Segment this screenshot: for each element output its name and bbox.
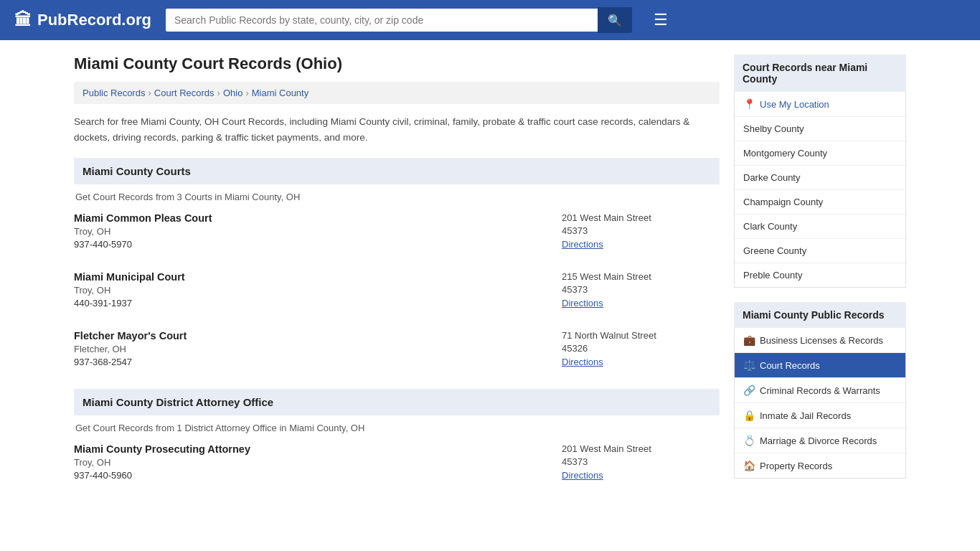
da-section-header: Miami County District Attorney Office — [74, 389, 720, 415]
court-name-2: Miami Municipal Court — [74, 271, 562, 283]
sidebar-business-label: Business Licenses & Records — [760, 335, 883, 346]
sidebar-nearby-header: Court Records near Miami County — [734, 55, 906, 92]
court-left-3: Fletcher Mayor's Court Fletcher, OH 937-… — [74, 330, 562, 367]
court-name-1: Miami Common Pleas Court — [74, 212, 562, 224]
court-left-1: Miami Common Pleas Court Troy, OH 937-44… — [74, 212, 562, 250]
court-address-2: 215 West Main Street — [562, 271, 720, 282]
court-phone-2: 440-391-1937 — [74, 298, 562, 309]
marriage-icon: 💍 — [743, 435, 755, 446]
sidebar-preble-label: Preble County — [743, 270, 802, 281]
court-icon: ⚖️ — [743, 359, 755, 371]
sidebar-item-use-location[interactable]: 📍 Use My Location — [735, 92, 905, 117]
sidebar-item-montgomery[interactable]: Montgomery County — [735, 141, 905, 166]
logo-text: PubRecord.org — [37, 11, 151, 29]
sidebar-court-records-label: Court Records — [760, 360, 820, 371]
sidebar-public-records-list: 💼 Business Licenses & Records ⚖️ Court R… — [734, 328, 906, 479]
courts-section-header: Miami County Courts — [74, 158, 720, 184]
court-right-3: 71 North Walnut Street 45326 Directions — [562, 330, 720, 367]
breadcrumb-public-records[interactable]: Public Records — [83, 88, 145, 98]
court-right-1: 201 West Main Street 45373 Directions — [562, 212, 720, 250]
sidebar-darke-label: Darke County — [743, 172, 800, 183]
sidebar-shelby-label: Shelby County — [743, 123, 804, 134]
search-area: 🔍 — [166, 7, 632, 33]
sidebar-property-label: Property Records — [760, 461, 832, 471]
directions-link-3[interactable]: Directions — [562, 357, 603, 367]
court-name-3: Fletcher Mayor's Court — [74, 330, 562, 342]
content-area: Miami County Court Records (Ohio) Public… — [74, 55, 720, 502]
court-left-2: Miami Municipal Court Troy, OH 440-391-1… — [74, 271, 562, 309]
sidebar-item-clark[interactable]: Clark County — [735, 215, 905, 239]
inmate-icon: 🔒 — [743, 410, 755, 421]
sidebar: Court Records near Miami County 📍 Use My… — [734, 55, 906, 502]
sidebar-item-business-licenses[interactable]: 💼 Business Licenses & Records — [735, 328, 905, 353]
search-button[interactable]: 🔍 — [598, 7, 632, 33]
sidebar-montgomery-label: Montgomery County — [743, 148, 827, 159]
da-phone-1: 937-440-5960 — [74, 470, 562, 481]
directions-link-2[interactable]: Directions — [562, 298, 603, 309]
sidebar-item-shelby[interactable]: Shelby County — [735, 117, 905, 141]
location-icon: 📍 — [743, 98, 755, 110]
court-zip-2: 45373 — [562, 284, 720, 295]
sidebar-public-records-header: Miami County Public Records — [734, 302, 906, 328]
sidebar-item-champaign[interactable]: Champaign County — [735, 190, 905, 215]
sidebar-greene-label: Greene County — [743, 245, 806, 256]
business-icon: 💼 — [743, 334, 755, 346]
sidebar-item-court-records[interactable]: ⚖️ Court Records — [735, 353, 905, 378]
court-entry-1: Miami Common Pleas Court Troy, OH 937-44… — [74, 212, 720, 257]
court-zip-3: 45326 — [562, 343, 720, 354]
breadcrumb-court-records[interactable]: Court Records — [154, 88, 215, 98]
courts-subtext: Get Court Records from 3 Courts in Miami… — [74, 192, 720, 202]
court-phone-1: 937-440-5970 — [74, 239, 562, 250]
court-city-2: Troy, OH — [74, 285, 562, 296]
da-directions-link-1[interactable]: Directions — [562, 470, 603, 481]
header: 🏛 PubRecord.org 🔍 ☰ — [0, 0, 980, 40]
breadcrumb-sep-3: › — [245, 88, 248, 98]
da-left-1: Miami County Prosecuting Attorney Troy, … — [74, 443, 562, 481]
sidebar-nearby-list: 📍 Use My Location Shelby County Montgome… — [734, 92, 906, 288]
main-container: Miami County Court Records (Ohio) Public… — [60, 40, 920, 517]
da-entry-1: Miami County Prosecuting Attorney Troy, … — [74, 443, 720, 488]
logo[interactable]: 🏛 PubRecord.org — [14, 10, 151, 30]
court-phone-3: 937-368-2547 — [74, 357, 562, 367]
da-address-1: 201 West Main Street — [562, 443, 720, 454]
page-description: Search for free Miami County, OH Court R… — [74, 114, 720, 145]
sidebar-item-property-records[interactable]: 🏠 Property Records — [735, 453, 905, 478]
sidebar-item-marriage-records[interactable]: 💍 Marriage & Divorce Records — [735, 428, 905, 453]
sidebar-item-criminal-records[interactable]: 🔗 Criminal Records & Warrants — [735, 378, 905, 403]
sidebar-inmate-label: Inmate & Jail Records — [760, 410, 851, 421]
breadcrumb-ohio[interactable]: Ohio — [223, 88, 242, 98]
court-city-3: Fletcher, OH — [74, 344, 562, 354]
breadcrumb-miami-county[interactable]: Miami County — [252, 88, 308, 98]
sidebar-use-location-label: Use My Location — [760, 99, 829, 110]
breadcrumb-sep-1: › — [148, 88, 151, 98]
court-address-3: 71 North Walnut Street — [562, 330, 720, 341]
court-right-2: 215 West Main Street 45373 Directions — [562, 271, 720, 309]
court-entry-2: Miami Municipal Court Troy, OH 440-391-1… — [74, 271, 720, 316]
logo-icon: 🏛 — [14, 10, 32, 30]
sidebar-clark-label: Clark County — [743, 221, 797, 232]
sidebar-marriage-label: Marriage & Divorce Records — [760, 435, 877, 446]
sidebar-item-inmate-records[interactable]: 🔒 Inmate & Jail Records — [735, 403, 905, 428]
page-title: Miami County Court Records (Ohio) — [74, 55, 720, 73]
da-subtext: Get Court Records from 1 District Attorn… — [74, 423, 720, 433]
sidebar-criminal-label: Criminal Records & Warrants — [760, 385, 880, 396]
court-address-1: 201 West Main Street — [562, 212, 720, 223]
breadcrumb: Public Records › Court Records › Ohio › … — [74, 82, 720, 104]
da-zip-1: 45373 — [562, 456, 720, 467]
da-city-1: Troy, OH — [74, 457, 562, 468]
court-city-1: Troy, OH — [74, 226, 562, 237]
menu-button[interactable]: ☰ — [654, 11, 668, 29]
sidebar-champaign-label: Champaign County — [743, 197, 823, 207]
breadcrumb-sep-2: › — [217, 88, 220, 98]
search-input[interactable] — [166, 9, 598, 32]
criminal-icon: 🔗 — [743, 385, 755, 396]
da-name-1: Miami County Prosecuting Attorney — [74, 443, 562, 455]
property-icon: 🏠 — [743, 460, 755, 471]
sidebar-item-greene[interactable]: Greene County — [735, 239, 905, 263]
court-zip-1: 45373 — [562, 225, 720, 236]
sidebar-item-preble[interactable]: Preble County — [735, 263, 905, 287]
directions-link-1[interactable]: Directions — [562, 239, 603, 250]
da-right-1: 201 West Main Street 45373 Directions — [562, 443, 720, 481]
court-entry-3: Fletcher Mayor's Court Fletcher, OH 937-… — [74, 330, 720, 375]
sidebar-item-darke[interactable]: Darke County — [735, 166, 905, 190]
